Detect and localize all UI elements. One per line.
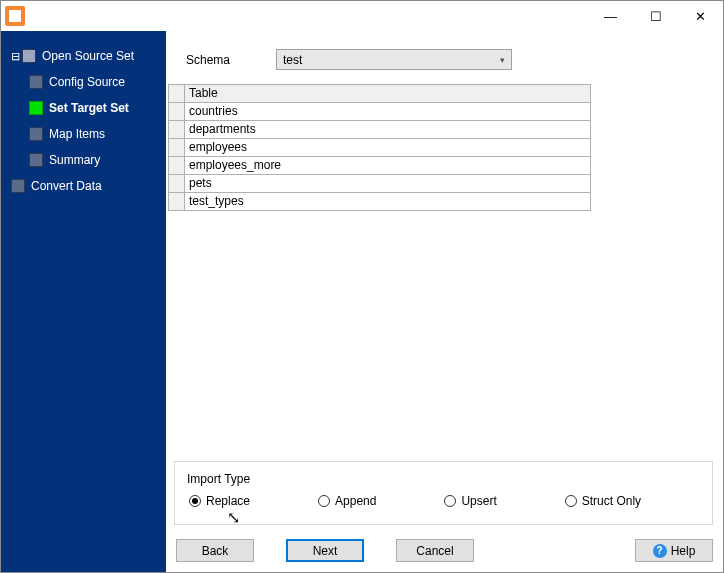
window-controls: — ☐ ✕: [588, 1, 723, 31]
import-type-radio-struct-only[interactable]: Struct Only: [565, 494, 641, 508]
radio-icon: [318, 495, 330, 507]
row-header: [169, 103, 185, 121]
chevron-down-icon: ▾: [500, 55, 505, 65]
sidebar-item-label: Summary: [49, 153, 100, 167]
table-row[interactable]: departments: [169, 121, 591, 139]
sidebar-item-open-source-set[interactable]: ⊟ Open Source Set: [1, 43, 166, 69]
row-header-corner: [169, 85, 185, 103]
radio-label: Struct Only: [582, 494, 641, 508]
sidebar-item-set-target-set[interactable]: Set Target Set: [1, 95, 166, 121]
table-row[interactable]: employees_more: [169, 157, 591, 175]
table-cell[interactable]: countries: [185, 103, 591, 121]
back-button[interactable]: Back: [176, 539, 254, 562]
sidebar-item-label: Convert Data: [31, 179, 102, 193]
close-button[interactable]: ✕: [678, 1, 723, 31]
table-cell[interactable]: departments: [185, 121, 591, 139]
table-row[interactable]: employees: [169, 139, 591, 157]
column-header-table[interactable]: Table: [185, 85, 591, 103]
row-header: [169, 121, 185, 139]
schema-label: Schema: [186, 53, 276, 67]
table-row[interactable]: countries: [169, 103, 591, 121]
tables-grid[interactable]: Table countriesdepartmentsemployeesemplo…: [168, 84, 591, 211]
sidebar-item-label: Set Target Set: [49, 101, 129, 115]
main-panel: Schema test ▾ Table countriesdepartments…: [166, 31, 723, 572]
row-header: [169, 139, 185, 157]
table-cell[interactable]: pets: [185, 175, 591, 193]
sidebar-item-config-source[interactable]: Config Source: [1, 69, 166, 95]
import-type-radio-upsert[interactable]: Upsert: [444, 494, 496, 508]
schema-select[interactable]: test ▾: [276, 49, 512, 70]
import-type-group: Import Type ReplaceAppendUpsertStruct On…: [174, 461, 713, 525]
import-type-radio-replace[interactable]: Replace: [189, 494, 250, 508]
radio-icon: [444, 495, 456, 507]
sidebar-item-convert-data[interactable]: Convert Data: [1, 173, 166, 199]
sidebar-item-label: Config Source: [49, 75, 125, 89]
row-header: [169, 157, 185, 175]
radio-label: Replace: [206, 494, 250, 508]
radio-icon: [565, 495, 577, 507]
row-header: [169, 175, 185, 193]
help-button[interactable]: ? Help: [635, 539, 713, 562]
collapse-icon: ⊟: [11, 50, 20, 63]
sidebar-item-map-items[interactable]: Map Items: [1, 121, 166, 147]
app-icon: [5, 6, 25, 26]
wizard-sidebar: ⊟ Open Source Set Config Source Set Targ…: [1, 31, 166, 572]
schema-select-value: test: [283, 53, 302, 67]
table-cell[interactable]: employees_more: [185, 157, 591, 175]
radio-icon: [189, 495, 201, 507]
title-bar: — ☐ ✕: [1, 1, 723, 31]
table-row[interactable]: pets: [169, 175, 591, 193]
maximize-button[interactable]: ☐: [633, 1, 678, 31]
sidebar-item-label: Map Items: [49, 127, 105, 141]
table-cell[interactable]: employees: [185, 139, 591, 157]
import-type-title: Import Type: [187, 472, 700, 494]
radio-label: Append: [335, 494, 376, 508]
row-header: [169, 193, 185, 211]
next-button[interactable]: Next: [286, 539, 364, 562]
radio-label: Upsert: [461, 494, 496, 508]
table-cell[interactable]: test_types: [185, 193, 591, 211]
import-type-radio-append[interactable]: Append: [318, 494, 376, 508]
minimize-button[interactable]: —: [588, 1, 633, 31]
table-row[interactable]: test_types: [169, 193, 591, 211]
cancel-button[interactable]: Cancel: [396, 539, 474, 562]
sidebar-item-label: Open Source Set: [42, 49, 134, 63]
help-icon: ?: [653, 544, 667, 558]
sidebar-item-summary[interactable]: Summary: [1, 147, 166, 173]
